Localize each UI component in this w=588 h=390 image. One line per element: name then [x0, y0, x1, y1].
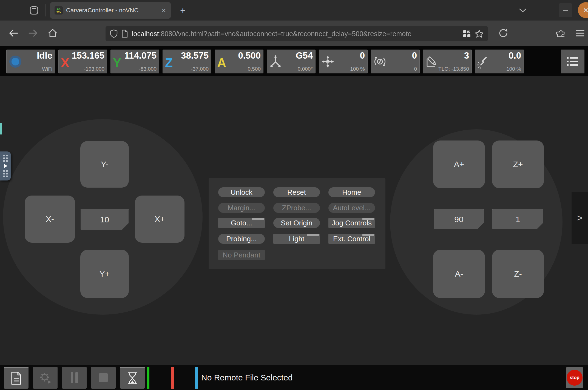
menu-button[interactable]: [573, 27, 587, 40]
status-cell-tool[interactable]: 3 TLO: -13.850: [423, 50, 472, 73]
ext-control-button[interactable]: Ext. Control: [328, 234, 375, 244]
margin-button[interactable]: Margin...: [218, 203, 265, 213]
status-cell-wcs[interactable]: G54 0.000°: [267, 50, 316, 73]
jog-a-plus-button[interactable]: A+: [433, 140, 485, 188]
window-minimize-button[interactable]: –: [559, 3, 572, 17]
z-machine-pos: -37.000: [191, 66, 209, 72]
machine-state: Idle: [37, 50, 52, 61]
bottom-toolbar: No Remote File Selected stop: [0, 365, 588, 390]
puzzle-piece-icon: [556, 28, 566, 38]
goto-notch: [252, 218, 264, 220]
new-tab-button[interactable]: +: [177, 4, 189, 16]
xy-step-select[interactable]: 10: [81, 209, 129, 230]
status-cell-connection[interactable]: Idle WiFi: [6, 50, 55, 73]
side-drawer-handle[interactable]: [0, 151, 11, 180]
reset-button[interactable]: Reset: [273, 187, 320, 197]
set-origin-button[interactable]: Set Origin: [273, 218, 320, 228]
status-cell-a[interactable]: A 0.500 0.500: [215, 50, 263, 73]
firefox-view-icon: [29, 5, 39, 16]
machine-status-bar: Idle WiFi X 153.165 -193.000 Y 114.075 -…: [0, 46, 588, 76]
bookmark-star-icon[interactable]: [475, 29, 484, 38]
status-cell-y[interactable]: Y 114.075 -83.000: [110, 50, 159, 73]
close-icon: ×: [583, 5, 588, 15]
jog-z-plus-button[interactable]: Z+: [492, 140, 544, 188]
url-path: :8080/vnc.html?path=vnc&autoconnect=true…: [159, 30, 411, 38]
status-cell-z[interactable]: Z 38.575 -37.000: [163, 50, 211, 73]
url-text: localhost:8080/vnc.html?path=vnc&autocon…: [132, 30, 459, 38]
tool-length-offset: TLO: -13.850: [438, 66, 469, 72]
jog-controls-label: Jog Controls: [332, 219, 372, 227]
emergency-stop-button[interactable]: stop: [566, 367, 583, 388]
a-step-select[interactable]: 90: [434, 209, 484, 229]
a-machine-pos: 0.500: [248, 66, 261, 72]
wait-status-button[interactable]: [120, 367, 145, 389]
probing-button[interactable]: Probing...: [218, 234, 265, 244]
x-machine-pos: -193.000: [84, 66, 104, 72]
shield-icon: [110, 29, 118, 38]
tab-carvera-controller[interactable]: no VNC CarveraController - noVNC ×: [50, 2, 171, 19]
url-host: localhost: [132, 30, 159, 38]
stop-job-button[interactable]: [91, 367, 116, 389]
remote-file-status: No Remote File Selected: [201, 373, 293, 382]
window-close-button[interactable]: ×: [578, 2, 588, 18]
right-drawer-toggle[interactable]: >: [572, 192, 588, 244]
status-cell-laser[interactable]: 0.0 100 %: [475, 50, 524, 73]
no-pendant-button[interactable]: No Pendant: [218, 250, 265, 260]
scroll-accent-strip: [0, 123, 2, 134]
run-settings-button[interactable]: [33, 367, 58, 389]
autolevel-button[interactable]: AutoLevel...: [328, 203, 375, 213]
forward-button[interactable]: [26, 27, 39, 40]
tab-close-icon[interactable]: ×: [161, 7, 166, 14]
jog-z-minus-button[interactable]: Z-: [492, 250, 544, 298]
unlock-button[interactable]: Unlock: [218, 187, 265, 197]
jog-y-minus-button[interactable]: Y-: [80, 141, 129, 188]
z-step-select[interactable]: 1: [492, 209, 543, 229]
goto-label: Goto...: [231, 219, 252, 227]
y-axis-label: Y: [113, 55, 121, 70]
jog-controls-button[interactable]: Jog Controls: [328, 218, 375, 228]
reload-button[interactable]: [497, 27, 510, 40]
emergency-stop-circle: stop: [567, 370, 583, 386]
laser-power: 0.0: [509, 50, 521, 61]
jog-x-minus-button[interactable]: X-: [25, 196, 75, 243]
status-cells: Idle WiFi X 153.165 -193.000 Y 114.075 -…: [6, 50, 524, 73]
status-cell-x[interactable]: X 153.165 -193.000: [58, 50, 107, 73]
z-axis-label: Z: [165, 55, 173, 70]
connection-icon: [8, 55, 22, 69]
goto-button[interactable]: Goto...: [218, 218, 265, 228]
status-cell-spindle[interactable]: 0 0: [371, 50, 420, 73]
extensions-button[interactable]: [554, 27, 567, 40]
gear-play-icon: [39, 371, 52, 384]
list-tabs-button[interactable]: [517, 5, 529, 15]
page-info-icon[interactable]: [121, 30, 128, 38]
home-button[interactable]: [46, 27, 59, 40]
status-menu-button[interactable]: [561, 50, 584, 73]
home-icon: [47, 28, 58, 38]
status-cell-feedrate[interactable]: 0 100 %: [319, 50, 368, 73]
browser-tab-bar: no VNC CarveraController - noVNC × + – ×: [0, 0, 588, 21]
browser-toolbar: localhost:8080/vnc.html?path=vnc&autocon…: [0, 21, 588, 46]
home-machine-button[interactable]: Home: [328, 187, 375, 197]
laser-override: 100 %: [506, 66, 521, 72]
drag-dots-bottom: [3, 170, 8, 177]
y-work-pos: 114.075: [124, 50, 157, 61]
zprobe-button[interactable]: ZProbe...: [273, 203, 320, 213]
hourglass-icon: [127, 372, 138, 385]
progress-bar-green: [147, 367, 149, 389]
tool-number: 3: [464, 50, 469, 61]
light-button[interactable]: Light: [273, 234, 320, 244]
back-button[interactable]: [7, 27, 20, 40]
url-bar[interactable]: localhost:8080/vnc.html?path=vnc&autocon…: [106, 26, 488, 41]
spindle-override: 0: [414, 66, 417, 72]
jog-x-plus-button[interactable]: X+: [135, 196, 184, 243]
open-file-button[interactable]: [4, 367, 29, 389]
firefox-view-button[interactable]: [27, 4, 41, 17]
jog-a-minus-button[interactable]: A-: [433, 250, 485, 298]
pause-button[interactable]: [62, 367, 87, 389]
light-label: Light: [289, 235, 304, 243]
z-work-pos: 38.575: [181, 50, 209, 61]
connection-type: WiFi: [42, 66, 52, 72]
fullscreen-grid-icon[interactable]: [463, 30, 471, 38]
a-work-pos: 0.500: [238, 50, 261, 61]
jog-y-plus-button[interactable]: Y+: [80, 250, 129, 298]
